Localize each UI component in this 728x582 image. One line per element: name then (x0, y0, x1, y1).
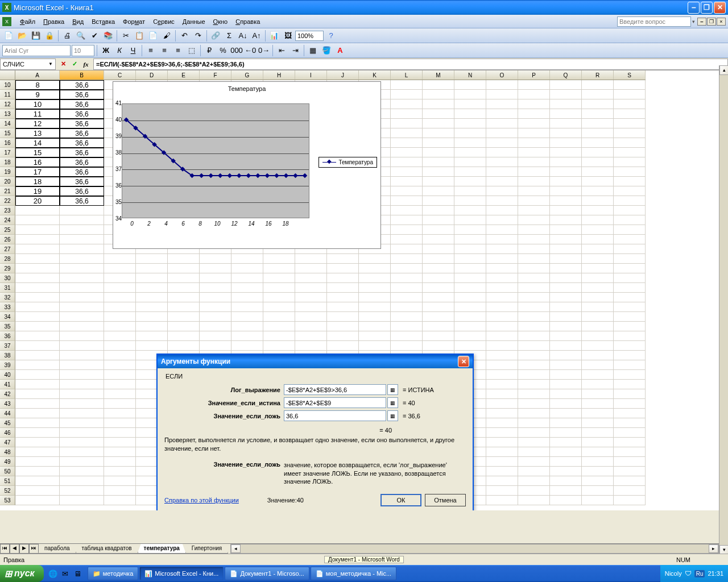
cell[interactable] (104, 254, 136, 264)
cell[interactable] (454, 331, 486, 341)
cell[interactable] (327, 273, 359, 283)
cell[interactable] (454, 167, 486, 177)
embedded-chart[interactable]: Температура 4140393837363534 02468101214… (113, 81, 381, 249)
cell[interactable] (423, 244, 454, 254)
cell[interactable] (550, 186, 582, 196)
cell[interactable] (263, 341, 295, 351)
cell[interactable] (486, 467, 518, 476)
cell[interactable] (518, 128, 550, 138)
cell[interactable] (486, 90, 518, 99)
cell[interactable] (168, 283, 200, 293)
cell[interactable] (454, 273, 486, 283)
cell[interactable] (486, 109, 518, 119)
cell[interactable] (423, 99, 454, 109)
cell[interactable]: 14 (15, 138, 60, 148)
cell[interactable] (15, 438, 60, 447)
start-button[interactable]: ⊞пуск (0, 565, 44, 582)
cell[interactable] (614, 380, 646, 389)
cell[interactable] (486, 312, 518, 322)
ql-desktop-icon[interactable]: 🖥 (72, 567, 84, 580)
cell[interactable] (582, 119, 614, 128)
col-header-R[interactable]: R (582, 70, 614, 80)
cell[interactable] (518, 389, 550, 399)
cell[interactable] (104, 283, 136, 293)
cell[interactable] (295, 302, 327, 312)
cell[interactable] (391, 206, 423, 215)
formula-input[interactable]: =ЕСЛИ(-$E$8*A2+$E$9>36,6;-$E$8*A2+$E$9;3… (93, 59, 728, 70)
cell[interactable] (486, 215, 518, 225)
col-header-O[interactable]: O (486, 70, 518, 80)
font-color-icon[interactable]: A (334, 44, 346, 57)
cell[interactable] (582, 399, 614, 409)
cell[interactable] (550, 428, 582, 438)
row-header-52[interactable]: 52 (0, 486, 15, 496)
cell[interactable] (582, 283, 614, 293)
cell[interactable] (582, 273, 614, 283)
cell[interactable] (391, 244, 423, 254)
cell[interactable] (550, 486, 582, 496)
next-sheet-button[interactable]: ▶ (19, 544, 29, 554)
cell[interactable] (104, 264, 136, 273)
scroll-left-button[interactable]: ◂ (231, 544, 241, 553)
cell[interactable] (136, 293, 168, 302)
row-header-11[interactable]: 11 (0, 90, 15, 99)
research-icon[interactable]: 📚 (102, 30, 114, 42)
cell[interactable] (263, 283, 295, 293)
cell[interactable] (582, 312, 614, 322)
cell[interactable] (359, 283, 391, 293)
cell[interactable] (614, 148, 646, 157)
task-word-1[interactable]: 📄 Документ1 - Microso... (225, 567, 309, 580)
cell[interactable] (60, 264, 104, 273)
cell[interactable] (136, 273, 168, 283)
cell[interactable] (518, 438, 550, 447)
cell[interactable]: 16 (15, 157, 60, 167)
cell[interactable] (200, 264, 231, 273)
row-header-51[interactable]: 51 (0, 476, 15, 486)
cell[interactable] (104, 341, 136, 351)
cell[interactable] (359, 254, 391, 264)
cell[interactable] (518, 119, 550, 128)
cell[interactable] (486, 244, 518, 254)
comma-icon[interactable]: 000 (230, 44, 243, 57)
cell[interactable] (136, 302, 168, 312)
preview-icon[interactable]: 🔍 (75, 30, 87, 42)
col-header-Q[interactable]: Q (550, 70, 582, 80)
cell[interactable]: 36,6 (60, 90, 104, 99)
cell[interactable] (60, 283, 104, 293)
cell[interactable] (518, 80, 550, 90)
cell[interactable] (104, 302, 136, 312)
cell[interactable] (550, 496, 582, 505)
cell[interactable] (60, 438, 104, 447)
cell[interactable] (104, 476, 136, 486)
cell[interactable] (231, 341, 263, 351)
cell[interactable] (15, 418, 60, 428)
cell[interactable] (518, 109, 550, 119)
row-header-14[interactable]: 14 (0, 119, 15, 128)
cell[interactable] (60, 496, 104, 505)
cell[interactable] (15, 215, 60, 225)
cell[interactable] (518, 476, 550, 486)
col-header-K[interactable]: K (359, 70, 391, 80)
cell[interactable] (15, 447, 60, 457)
cell[interactable] (391, 341, 423, 351)
cut-icon[interactable]: ✂ (119, 30, 132, 42)
cell[interactable] (454, 235, 486, 244)
help-link[interactable]: Справка по этой функции (164, 497, 239, 504)
menu-view[interactable]: Вид (68, 17, 88, 26)
prev-sheet-button[interactable]: ◀ (10, 544, 19, 554)
cell[interactable] (518, 399, 550, 409)
cell[interactable] (15, 496, 60, 505)
cell[interactable] (518, 380, 550, 389)
cell[interactable] (60, 254, 104, 264)
cell[interactable] (168, 322, 200, 331)
dialog-titlebar[interactable]: Аргументы функции ✕ (158, 355, 473, 368)
row-header-27[interactable]: 27 (0, 244, 15, 254)
cell[interactable] (263, 331, 295, 341)
cell[interactable] (486, 293, 518, 302)
underline-icon[interactable]: Ч (127, 44, 139, 57)
cell[interactable] (15, 244, 60, 254)
ref-edit-icon[interactable]: ▦ (387, 397, 398, 408)
cell[interactable] (550, 302, 582, 312)
cell[interactable]: 36,6 (60, 109, 104, 119)
cell[interactable] (295, 273, 327, 283)
